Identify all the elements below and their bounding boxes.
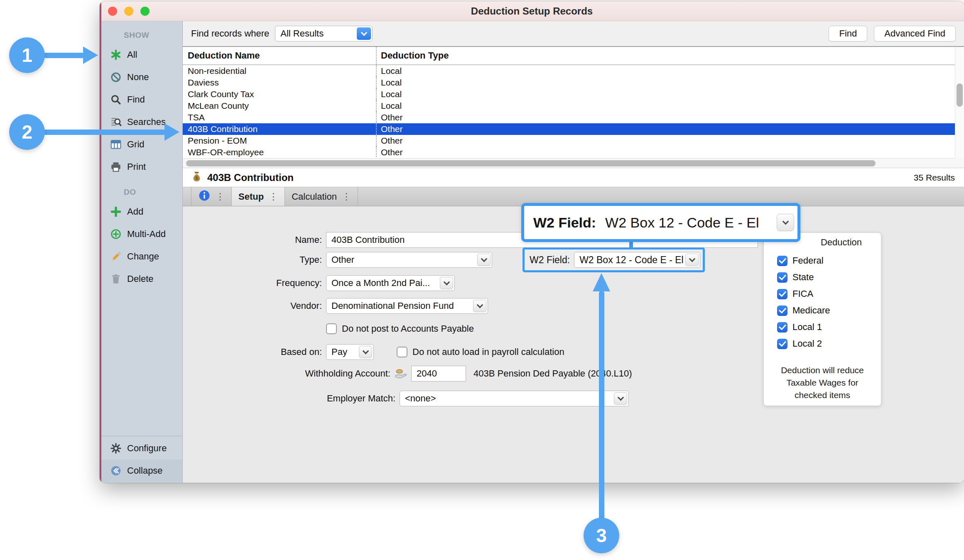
vendor-dropdown[interactable]: Denominational Pension Fund — [326, 298, 488, 314]
column-header-deduction-name[interactable]: Deduction Name — [183, 47, 376, 64]
chevron-down-icon — [617, 394, 624, 401]
collapse-icon — [110, 465, 122, 477]
annotation-arrowhead-1 — [83, 46, 98, 64]
tab-menu-icon[interactable] — [216, 191, 225, 202]
based-on-label: Based on: — [183, 347, 322, 357]
frequency-dropdown[interactable]: Once a Month 2nd Pai... — [326, 275, 455, 291]
dropdown-arrow-button[interactable] — [440, 277, 453, 289]
sidebar-item-configure[interactable]: Configure — [100, 437, 182, 460]
sidebar-item-label: Configure — [127, 443, 167, 454]
annotation-arrow-3 — [599, 291, 604, 521]
coin-hand-icon[interactable] — [395, 369, 408, 379]
find-button[interactable]: Find — [829, 26, 867, 42]
cell-deduction-type: Other — [376, 147, 955, 157]
table-row[interactable]: Clark County Tax Local — [183, 88, 955, 100]
w2-field-dropdown[interactable]: W2 Box 12 - Code E - El — [574, 252, 700, 268]
sidebar-item-label: Change — [127, 251, 159, 262]
frequency-value: Once a Month 2nd Pai... — [331, 278, 430, 289]
no-auto-load-checkbox[interactable] — [397, 347, 407, 357]
advanced-find-button[interactable]: Advanced Find — [874, 26, 956, 42]
sidebar-item-multi-add[interactable]: Multi-Add — [100, 223, 182, 245]
cell-deduction-name: 403B Contribution — [183, 123, 376, 135]
dropdown-arrow-button[interactable] — [614, 392, 627, 405]
chevron-down-icon — [476, 301, 483, 308]
type-dropdown[interactable]: Other — [326, 252, 492, 268]
cell-deduction-type: Local — [376, 88, 955, 100]
dropdown-arrow-button[interactable] — [357, 27, 371, 40]
annotation-step-3: 3 — [584, 518, 619, 553]
vertical-scrollbar[interactable] — [955, 47, 964, 158]
withholding-account-label: Withholding Account: — [183, 368, 390, 379]
cell-deduction-type: Local — [376, 100, 955, 112]
sidebar-item-none[interactable]: None — [100, 66, 182, 88]
sidebar-item-label: Delete — [127, 274, 154, 284]
sidebar-item-change[interactable]: Change — [100, 245, 182, 268]
cell-deduction-name: Non-residential — [183, 65, 376, 77]
table-row[interactable]: Pension - EOM Other — [183, 135, 955, 147]
chevron-down-icon — [689, 255, 695, 262]
sidebar-item-collapse[interactable]: Collapse — [100, 460, 182, 482]
dropdown-arrow-button[interactable] — [477, 254, 491, 266]
note-line: Taxable Wages for — [764, 377, 881, 389]
tab-menu-icon[interactable] — [269, 191, 278, 202]
sidebar-item-find[interactable]: Find — [100, 88, 182, 111]
dropdown-arrow-button[interactable] — [685, 254, 699, 266]
employer-match-label: Employer Match: — [183, 393, 395, 404]
based-on-row: Based on: Pay Do not auto load in payrol… — [183, 344, 564, 360]
sidebar-item-print[interactable]: Print — [100, 156, 182, 178]
results-scope-dropdown[interactable]: All Results — [275, 26, 373, 42]
vendor-label: Vendor: — [183, 301, 322, 311]
ap-checkbox-wrap: Do not post to Accounts Payable — [326, 323, 474, 334]
info-segment[interactable] — [191, 187, 232, 206]
table-row[interactable]: TSA Other — [183, 112, 955, 123]
do-not-post-ap-checkbox[interactable] — [326, 323, 337, 334]
dropdown-arrow-button[interactable] — [473, 300, 486, 312]
cell-deduction-type: Other — [376, 112, 955, 123]
state-checkbox[interactable] — [777, 272, 787, 283]
withholding-account-field[interactable]: 2040 — [411, 366, 466, 381]
table-row[interactable]: WBF-OR-employee Other — [183, 147, 955, 157]
federal-checkbox[interactable] — [777, 256, 787, 266]
fica-checkbox[interactable] — [777, 289, 787, 299]
zoom-window-button[interactable] — [140, 7, 150, 16]
sidebar-bottom: Configure Collapse — [100, 436, 182, 483]
tab-menu-icon[interactable] — [342, 191, 351, 202]
info-icon[interactable] — [198, 189, 211, 204]
sidebar-item-all[interactable]: All — [100, 44, 182, 66]
sidebar-item-label: All — [127, 49, 137, 60]
name-label: Name: — [183, 235, 322, 245]
close-window-button[interactable] — [108, 7, 117, 16]
no-auto-load-label: Do not auto load in payroll calculation — [412, 347, 564, 357]
table-row[interactable]: Non-residential Local — [183, 65, 955, 77]
sidebar: SHOW All None Find — [100, 21, 183, 483]
list-item: State — [777, 272, 881, 283]
column-header-deduction-type[interactable]: Deduction Type — [376, 47, 955, 64]
tab-calculation[interactable]: Calculation — [285, 187, 358, 206]
withholding-row: Withholding Account: 2040 403B Pension D… — [183, 366, 632, 381]
horizontal-scrollbar-thumb[interactable] — [186, 160, 876, 166]
magnifier-icon — [110, 93, 122, 106]
circle-plus-icon — [110, 228, 122, 240]
cell-deduction-type: Other — [376, 123, 955, 135]
vertical-scrollbar-thumb[interactable] — [957, 83, 963, 107]
local2-checkbox[interactable] — [777, 339, 787, 349]
employer-match-dropdown[interactable]: <none> — [400, 391, 629, 406]
horizontal-scrollbar[interactable] — [183, 158, 955, 168]
table-row-selected[interactable]: 403B Contribution Other — [183, 123, 955, 135]
table-row[interactable]: McLean County Local — [183, 100, 955, 112]
sidebar-item-label: Add — [127, 206, 143, 217]
minimize-window-button[interactable] — [124, 7, 133, 16]
tab-setup[interactable]: Setup — [232, 187, 285, 206]
dropdown-arrow-button[interactable] — [777, 214, 794, 231]
medicare-checkbox[interactable] — [777, 306, 787, 316]
based-on-dropdown[interactable]: Pay — [326, 344, 374, 360]
sidebar-do-header: DO — [100, 184, 182, 201]
local1-checkbox[interactable] — [777, 322, 787, 333]
sidebar-item-delete[interactable]: Delete — [100, 268, 182, 290]
table-row[interactable]: Daviess Local — [183, 77, 955, 88]
list-item: Local 1 — [777, 322, 881, 333]
cell-deduction-type: Local — [376, 77, 955, 88]
w2-field-row: W2 Field: W2 Box 12 - Code E - El — [522, 247, 705, 272]
sidebar-item-add[interactable]: Add — [100, 201, 182, 223]
dropdown-arrow-button[interactable] — [359, 346, 372, 358]
